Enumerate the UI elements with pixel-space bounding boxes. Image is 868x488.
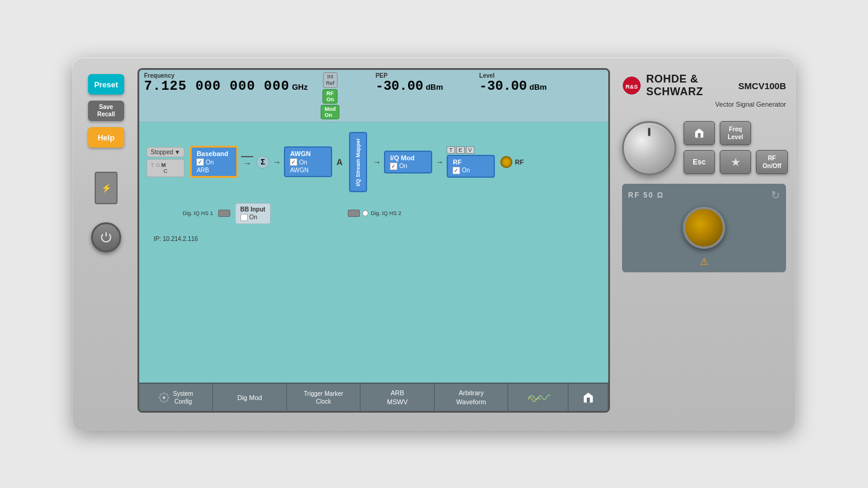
rf-section-top-row: RF 50 Ω ↻ — [628, 189, 780, 202]
menu-dig-mod[interactable]: Dig Mod — [213, 384, 286, 411]
menu-arbitrary-waveform[interactable]: ArbitraryWaveform — [435, 384, 508, 411]
wave-icon — [526, 389, 550, 406]
help-button[interactable]: Help — [88, 127, 124, 148]
frequency-section: Frequency 7.125 000 000 000 GHz — [144, 72, 307, 119]
rf-on-indicator: RFOn — [322, 89, 338, 104]
arrow-4: → — [435, 157, 444, 167]
home-icon — [582, 392, 594, 404]
rf-checkbox-row: ✓ On — [453, 167, 489, 174]
mod-on-indicator: ModOn — [321, 105, 339, 119]
preset-button[interactable]: Preset — [88, 74, 124, 95]
pep-value: -30.00 — [376, 79, 423, 94]
menu-system-config-label: SystemConfig — [173, 390, 193, 405]
middle-indicators: IntRef RFOn ModOn — [317, 72, 343, 119]
pep-section: PEP -30.00 dBm — [366, 72, 453, 119]
level-unit: dBm — [529, 83, 547, 92]
tev-t: T — [447, 146, 455, 154]
iq-mod-block[interactable]: I/Q Mod ✓ On — [384, 151, 432, 174]
bb-input-block[interactable]: BB Input On — [235, 203, 271, 224]
right-buttons: FreqLevel Esc ★ RFOn/Off — [684, 121, 788, 174]
iq-mod-checkbox[interactable]: ✓ — [390, 163, 397, 170]
dig-iq-hs2-dot — [362, 210, 368, 216]
dig-iq-hs2-label: Dig. IQ HS 2 — [371, 210, 401, 216]
middle-button-row: Esc ★ RFOn/Off — [684, 150, 788, 174]
star-icon: ★ — [731, 157, 740, 168]
esc-button[interactable]: Esc — [684, 150, 715, 174]
knob-area — [622, 121, 676, 175]
level-label: Level — [479, 72, 547, 79]
product-line: Vector Signal Generator — [715, 101, 786, 108]
menu-trigger-marker-clock[interactable]: Trigger MarkerClock — [287, 384, 360, 411]
menu-arb-mswv-label: ARBMSWV — [387, 389, 407, 406]
brand-row: R&S ROHDE & SCHWARZ SMCV100B — [622, 73, 786, 98]
baseband-block[interactable]: Baseband ✓ On ARB — [190, 146, 238, 178]
rf-output-label: RF — [515, 158, 524, 166]
bottom-row: Dig. IQ HS 1 BB Input On — [183, 203, 601, 224]
menu-arbitrary-waveform-label: ArbitraryWaveform — [456, 389, 486, 406]
level-section: Level -30.00 dBm — [470, 72, 556, 119]
bb-input-on-label: On — [250, 214, 257, 221]
rs-logo: R&S — [622, 76, 641, 95]
iq-mod-checkbox-row: ✓ On — [390, 163, 426, 170]
menu-wave-icon-item[interactable] — [508, 384, 568, 411]
rf-connector-large — [683, 207, 725, 249]
model-name: SMCV100B — [738, 81, 786, 91]
rf-on-off-button[interactable]: RFOn/Off — [756, 150, 788, 174]
freq-level-button[interactable]: FreqLevel — [720, 121, 751, 145]
status-bar: Frequency 7.125 000 000 000 GHz IntRef R… — [139, 70, 608, 122]
rf-on-label: On — [462, 167, 470, 174]
baseband-checkbox-row: ✓ On — [197, 158, 231, 166]
rf-arrow-icon: ↻ — [771, 189, 780, 202]
awgn-checkbox-row: ✓ On — [290, 158, 326, 166]
arrow-2: → — [272, 157, 281, 167]
rf-checkbox[interactable]: ✓ — [453, 167, 460, 174]
tev-v: V — [466, 146, 474, 154]
home-btn-icon — [694, 128, 705, 139]
signal-flow: Stopped ▼ T ⊙ M C — [139, 122, 608, 383]
menu-system-config[interactable]: SystemConfig — [139, 384, 213, 411]
rf-section: RF 50 Ω ↻ ⚠ — [622, 184, 786, 272]
frequency-label: Frequency — [144, 72, 307, 79]
menu-dig-mod-label: Dig Mod — [237, 394, 262, 401]
frequency-unit: GHz — [292, 83, 307, 92]
right-panel: R&S ROHDE & SCHWARZ SMCV100B Vector Sign… — [617, 68, 786, 413]
bb-input-checkbox[interactable] — [241, 214, 248, 221]
dig-iq-hs2-connector — [348, 210, 360, 217]
pep-label: PEP — [376, 72, 443, 79]
rf-block[interactable]: RF ✓ On — [447, 155, 495, 178]
home-button[interactable] — [684, 121, 715, 145]
brand-name: ROHDE & SCHWARZ — [646, 73, 734, 98]
knob-and-buttons-area: FreqLevel Esc ★ RFOn/Off — [622, 121, 786, 175]
baseband-checkbox[interactable]: ✓ — [197, 158, 204, 166]
arrow-3: → — [373, 157, 381, 167]
awgn-on-label: On — [299, 159, 307, 166]
baseband-on-label: On — [206, 159, 213, 166]
star-button[interactable]: ★ — [720, 150, 751, 174]
stream-mapper-label: I/Q Stream Mapper — [355, 138, 361, 186]
awgn-checkbox[interactable]: ✓ — [290, 158, 297, 166]
iq-mod-title: I/Q Mod — [390, 154, 426, 161]
arrow-1: → — [243, 158, 251, 168]
iq-mod-on-label: On — [399, 163, 407, 169]
level-value: -30.00 — [479, 79, 527, 94]
menu-bar: SystemConfig Dig Mod Trigger MarkerClock… — [139, 383, 608, 411]
dig-iq-connector — [218, 210, 230, 217]
save-recall-button[interactable]: SaveRecall — [88, 101, 124, 121]
flow-line-1 — [241, 156, 253, 157]
stream-mapper-block[interactable]: I/Q Stream Mapper — [349, 132, 367, 192]
awgn-block[interactable]: AWGN ✓ On AWGN — [284, 146, 332, 177]
stopped-badge: Stopped ▼ — [146, 147, 184, 157]
rf-connector-dot — [500, 156, 512, 168]
main-knob[interactable] — [622, 121, 676, 175]
frequency-value: 7.125 000 000 000 — [144, 79, 289, 94]
tev-e: E — [456, 146, 465, 154]
rf-block-title: RF — [453, 158, 489, 166]
svg-text:R&S: R&S — [626, 83, 638, 90]
menu-home-item[interactable] — [568, 384, 608, 411]
top-button-row: FreqLevel — [684, 121, 788, 145]
stopped-label: Stopped — [151, 149, 173, 155]
gear-icon — [159, 392, 169, 403]
menu-arb-mswv[interactable]: ARBMSWV — [360, 384, 434, 411]
screen-content: Frequency 7.125 000 000 000 GHz IntRef R… — [139, 70, 608, 411]
power-button[interactable] — [91, 222, 121, 252]
